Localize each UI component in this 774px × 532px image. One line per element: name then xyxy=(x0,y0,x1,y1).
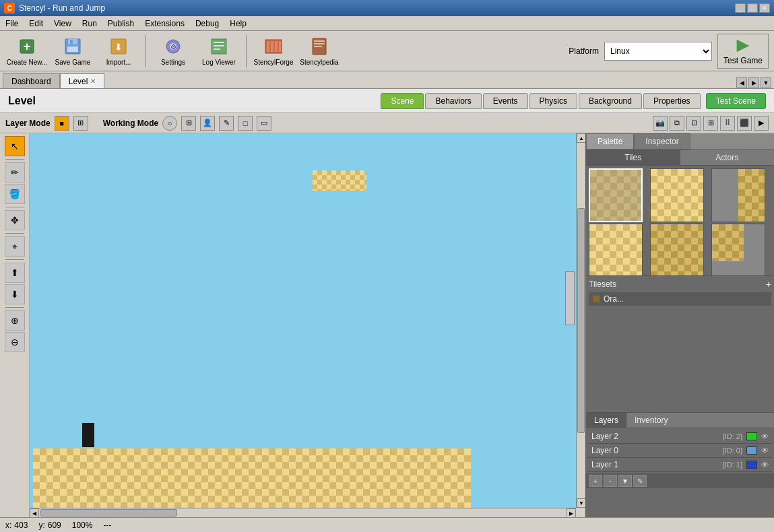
stencylforge-button[interactable]: StencylForge xyxy=(252,34,295,69)
menubar: File Edit View Run Publish Extensions De… xyxy=(0,16,774,31)
tab-nav-down[interactable]: ▼ xyxy=(761,77,771,88)
tab-level[interactable]: Level ✕ xyxy=(60,73,105,88)
menu-help[interactable]: Help xyxy=(224,16,252,31)
working-mode-label: Working Mode xyxy=(103,119,158,128)
layer-visibility-1[interactable]: 👁 xyxy=(761,446,769,455)
create-new-button[interactable]: + Create New... xyxy=(5,34,49,69)
level-tab-background[interactable]: Background xyxy=(579,93,642,109)
tab-close-icon[interactable]: ✕ xyxy=(90,77,96,85)
left-toolbar: ↖ ✏ 🪣 ✥ ⌖ ⬆ ⬇ ⊕ ⊖ xyxy=(0,133,30,517)
tile-cell-5[interactable] xyxy=(711,224,765,275)
tile-cell-4[interactable] xyxy=(650,224,704,275)
menu-view[interactable]: View xyxy=(49,16,77,31)
vertical-scrollbar[interactable]: ▲ ▼ xyxy=(576,133,585,508)
layer-edit-button[interactable]: ✎ xyxy=(633,475,647,487)
menu-run[interactable]: Run xyxy=(77,16,102,31)
menu-file[interactable]: File xyxy=(0,16,24,31)
layer-mode-orange-button[interactable]: ■ xyxy=(55,116,69,131)
level-tab-physics[interactable]: Physics xyxy=(529,93,577,109)
tool-move[interactable]: ✥ xyxy=(5,210,25,230)
tile-cell-0[interactable] xyxy=(589,168,643,222)
actors-tab[interactable]: Actors xyxy=(680,150,775,165)
window-controls: _ □ ✕ xyxy=(735,3,770,13)
horizontal-scrollbar[interactable]: ◀ ▶ xyxy=(30,508,576,517)
game-canvas[interactable] xyxy=(30,133,576,508)
tool-zoom-in[interactable]: ⊕ xyxy=(5,310,25,331)
layer-visibility-2[interactable]: 👁 xyxy=(761,461,769,469)
tool-zoom-out[interactable]: ⊖ xyxy=(5,332,25,352)
inspector-tab[interactable]: Inspector xyxy=(634,133,690,149)
tileset-item-0[interactable]: Ora... xyxy=(589,292,771,306)
scroll-right-arrow[interactable]: ▶ xyxy=(567,508,576,517)
palette-tab[interactable]: Palette xyxy=(586,133,634,149)
tab-nav-left[interactable]: ◀ xyxy=(736,77,747,88)
level-tab-scene[interactable]: Scene xyxy=(381,93,424,109)
layer-name-2: Layer 1 xyxy=(591,460,719,469)
log-viewer-button[interactable]: Log Viewer xyxy=(197,34,240,69)
canvas-btn-grid[interactable]: ⊞ xyxy=(703,116,718,131)
svg-rect-19 xyxy=(279,41,281,52)
import-label: Import... xyxy=(106,59,131,66)
level-tab-events[interactable]: Events xyxy=(483,93,528,109)
scroll-left-arrow[interactable]: ◀ xyxy=(30,508,39,517)
canvas-btn-play[interactable]: ▶ xyxy=(754,116,769,131)
layer-add-button[interactable]: + xyxy=(589,475,602,487)
test-game-button[interactable]: Test Game xyxy=(717,34,769,69)
canvas-btn-dots[interactable]: ⠿ xyxy=(720,116,735,131)
save-game-button[interactable]: Save Game xyxy=(51,34,94,69)
status-y-value: 609 xyxy=(48,521,61,530)
layer-down-button[interactable]: ▼ xyxy=(618,475,632,487)
test-scene-button[interactable]: Test Scene xyxy=(706,93,766,109)
layer-row-2[interactable]: Layer 1 [ID: 1] 👁 xyxy=(587,458,773,472)
canvas-btn-layer[interactable]: ⧉ xyxy=(670,116,684,131)
stencylpedia-button[interactable]: Stencylpedia xyxy=(298,34,341,69)
tileset-add-button[interactable]: + xyxy=(766,279,771,290)
tool-fill[interactable]: 🪣 xyxy=(5,184,25,204)
layer-visibility-0[interactable]: 👁 xyxy=(761,432,769,440)
minimize-button[interactable]: _ xyxy=(735,3,746,13)
canvas-btn-camera[interactable]: 📷 xyxy=(653,116,668,131)
menu-edit[interactable]: Edit xyxy=(24,16,49,31)
menu-publish[interactable]: Publish xyxy=(102,16,139,31)
import-button[interactable]: ⬇ Import... xyxy=(97,34,140,69)
canvas-btn-copy[interactable]: ⊡ xyxy=(686,116,701,131)
tile-cell-2[interactable] xyxy=(711,168,765,222)
layer-row-1[interactable]: Layer 0 [ID: 0] 👁 xyxy=(587,444,773,458)
working-mode-select[interactable]: ▭ xyxy=(257,116,271,131)
platform-select[interactable]: Linux Windows Mac xyxy=(604,42,712,61)
working-mode-rect[interactable]: □ xyxy=(238,116,253,131)
scroll-vertical-thumb[interactable] xyxy=(577,208,585,433)
maximize-button[interactable]: □ xyxy=(747,3,758,13)
layers-tab[interactable]: Layers xyxy=(586,413,626,428)
tool-scene-up[interactable]: ⬆ xyxy=(5,263,25,283)
layer-mode-multi-button[interactable]: ⊞ xyxy=(73,116,88,131)
tool-pencil[interactable]: ✏ xyxy=(5,162,25,182)
close-button[interactable]: ✕ xyxy=(759,3,770,13)
layer-row-0[interactable]: Layer 2 [ID: 2] 👁 xyxy=(587,430,773,444)
scroll-up-arrow[interactable]: ▲ xyxy=(577,133,585,143)
settings-button[interactable]: ⚙ Settings xyxy=(152,34,195,69)
working-mode-circle[interactable]: ○ xyxy=(162,116,177,131)
canvas-btn-eraser[interactable]: ⬛ xyxy=(737,116,752,131)
inventory-tab[interactable]: Inventory xyxy=(626,413,676,428)
tab-dashboard[interactable]: Dashboard xyxy=(3,73,60,88)
tiles-tab[interactable]: Tiles xyxy=(586,150,680,165)
scroll-down-arrow[interactable]: ▼ xyxy=(577,498,585,508)
layer-remove-button[interactable]: - xyxy=(604,475,617,487)
platform-label: Platform xyxy=(569,46,599,56)
level-tab-behaviors[interactable]: Behaviors xyxy=(425,93,481,109)
tool-scene-down[interactable]: ⬇ xyxy=(5,284,25,304)
working-mode-grid[interactable]: ⊞ xyxy=(181,116,196,131)
menu-extensions[interactable]: Extensions xyxy=(139,16,190,31)
tile-cell-3[interactable] xyxy=(589,224,643,275)
menu-debug[interactable]: Debug xyxy=(190,16,224,31)
tool-lasso[interactable]: ⌖ xyxy=(5,236,25,257)
svg-rect-22 xyxy=(314,43,325,44)
scroll-horizontal-thumb[interactable] xyxy=(40,509,177,517)
tool-pointer[interactable]: ↖ xyxy=(5,136,25,156)
working-mode-edit[interactable]: ✎ xyxy=(219,116,234,131)
level-tab-properties[interactable]: Properties xyxy=(643,93,701,109)
tile-cell-1[interactable] xyxy=(650,168,704,222)
tab-nav-right[interactable]: ▶ xyxy=(748,77,759,88)
working-mode-person[interactable]: 👤 xyxy=(200,116,215,131)
